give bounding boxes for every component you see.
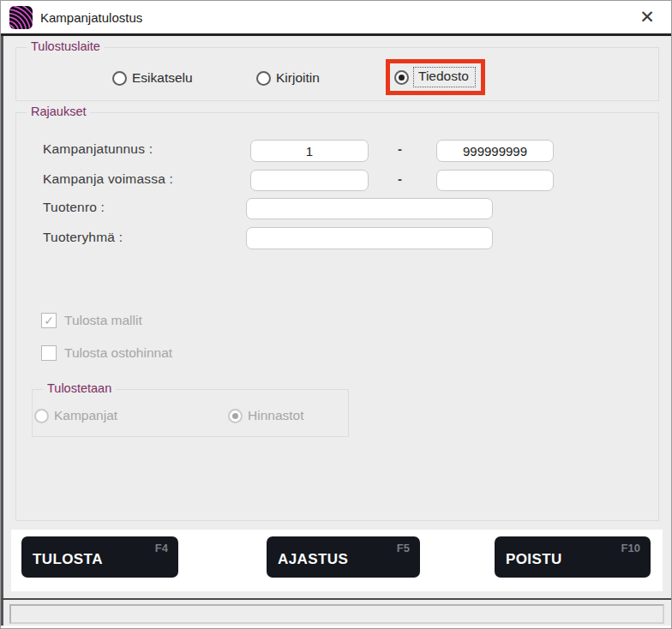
tulosta-fkey: F4 — [155, 542, 168, 554]
radio-label-kampanjat: Kampanjat — [54, 408, 117, 423]
highlight-box-tiedosto: Tiedosto — [386, 59, 485, 95]
poistu-fkey: F10 — [621, 542, 640, 554]
radio-hinnastot: Hinnastot — [228, 408, 303, 423]
input-voimassa-from[interactable] — [250, 170, 369, 191]
checkbox-box-tulosta-ostohinnat — [41, 345, 57, 361]
range-separator-1: - — [398, 141, 402, 156]
radio-circle-kirjoitin[interactable] — [256, 71, 271, 86]
tulosta-button[interactable]: TULOSTA F4 — [21, 536, 178, 578]
radio-kirjoitin[interactable]: Kirjoitin — [256, 70, 320, 86]
ajastus-fkey: F5 — [397, 542, 410, 554]
radio-esikatselu[interactable]: Esikatselu — [112, 70, 193, 86]
input-tuotenro[interactable] — [246, 198, 493, 219]
checkbox-tulosta-ostohinnat: Tulosta ostohinnat — [41, 345, 172, 361]
radio-label-kirjoitin: Kirjoitin — [276, 70, 320, 86]
group-label-tulostetaan: Tulostetaan — [43, 381, 116, 395]
app-logo-icon — [9, 6, 33, 29]
range-separator-2: - — [398, 171, 402, 186]
radio-circle-esikatselu[interactable] — [112, 71, 127, 86]
checkbox-label-tulosta-ostohinnat: Tulosta ostohinnat — [64, 345, 172, 361]
checkbox-tulosta-mallit: ✓ Tulosta mallit — [41, 313, 142, 328]
label-kampanja-voimassa: Kampanja voimassa : — [43, 171, 173, 187]
close-icon[interactable]: ✕ — [633, 5, 661, 29]
radio-circle-tiedosto[interactable] — [394, 70, 409, 85]
statusbar-divider — [1, 598, 672, 600]
window-title: Kampanjatulostus — [40, 10, 142, 25]
ajastus-button[interactable]: AJASTUS F5 — [267, 536, 420, 578]
label-tuotenro: Tuotenro : — [43, 200, 105, 215]
label-tuoteryhma: Tuoteryhmä : — [43, 230, 123, 245]
input-voimassa-to[interactable] — [436, 170, 554, 191]
dialog-kampanjatulostus: Kampanjatulostus ✕ Tulostuslaite Esikats… — [0, 0, 672, 629]
radio-kampanjat: Kampanjat — [34, 408, 117, 423]
title-bar: Kampanjatulostus ✕ — [1, 1, 672, 36]
poistu-button[interactable]: POISTU F10 — [495, 536, 651, 578]
input-tuoteryhma[interactable] — [246, 227, 493, 249]
radio-label-tiedosto[interactable]: Tiedosto — [413, 67, 476, 87]
radio-label-hinnastot: Hinnastot — [248, 408, 303, 423]
tulosta-button-label: TULOSTA — [33, 551, 103, 568]
group-tulostetaan: Tulostetaan Kampanjat Hinnastot — [32, 389, 349, 437]
group-tulostuslaite: Tulostuslaite Esikatselu Kirjoitin Tiedo… — [15, 47, 659, 101]
label-kampanjatunnus: Kampanjatunnus : — [43, 141, 153, 157]
ajastus-button-label: AJASTUS — [278, 551, 348, 568]
group-rajaukset: Rajaukset Kampanjatunnus : - Kampanja vo… — [15, 112, 659, 521]
poistu-button-label: POISTU — [506, 551, 562, 568]
input-kampanjatunnus-to[interactable] — [436, 140, 554, 162]
status-bar — [9, 604, 664, 624]
radio-label-esikatselu: Esikatselu — [132, 70, 193, 86]
window-bottom-edge — [1, 626, 672, 629]
group-label-rajaukset: Rajaukset — [27, 105, 90, 118]
input-kampanjatunnus-from[interactable] — [250, 140, 369, 162]
checkbox-box-tulosta-mallit: ✓ — [41, 313, 57, 328]
radio-circle-hinnastot — [228, 409, 243, 423]
checkbox-label-tulosta-mallit: Tulosta mallit — [64, 313, 142, 328]
radio-circle-kampanjat — [34, 409, 49, 423]
group-label-tulostuslaite: Tulostuslaite — [27, 39, 105, 53]
